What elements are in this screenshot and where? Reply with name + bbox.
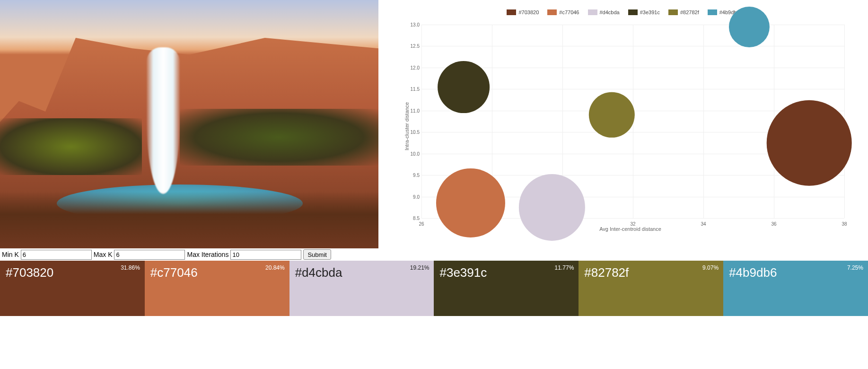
swatch-hex: #d4cbda — [295, 265, 429, 280]
legend-item[interactable]: #c77046 — [547, 9, 579, 15]
bubble-d4cbda[interactable] — [519, 174, 585, 240]
image-waterfall — [147, 47, 180, 194]
legend-color-box — [507, 9, 516, 15]
image-foreground — [0, 192, 378, 248]
legend-label: #3e391c — [640, 9, 660, 15]
legend-label: #d4cbda — [600, 9, 620, 15]
max-iter-input[interactable] — [230, 250, 301, 260]
palette-swatch-5[interactable]: #4b9db67.25% — [723, 261, 868, 316]
legend-color-box — [628, 9, 638, 15]
x-tick-label: 38 — [842, 221, 847, 227]
legend-color-box — [708, 9, 717, 15]
x-tick-label: 36 — [771, 221, 776, 227]
gridline-vertical — [421, 25, 422, 218]
legend-color-box — [668, 9, 678, 15]
y-tick-label: 11.0 — [406, 108, 420, 113]
min-k-input[interactable] — [21, 250, 92, 260]
palette-swatch-3[interactable]: #3e391c11.77% — [434, 261, 579, 316]
submit-button[interactable]: Submit — [303, 249, 331, 260]
y-tick-label: 9.5 — [406, 173, 420, 178]
chart-panel: #703820#c77046#d4cbda#3e391c#82782f#4b9d… — [378, 0, 868, 248]
image-foliage-left — [0, 118, 142, 175]
swatch-percent: 9.07% — [702, 264, 719, 271]
palette-swatch-1[interactable]: #c7704620.84% — [145, 261, 289, 316]
palette-swatch-2[interactable]: #d4cbda19.21% — [289, 261, 434, 316]
bubble-4b9db6[interactable] — [729, 6, 770, 47]
palette-row: #70382031.86%#c7704620.84%#d4cbda19.21%#… — [0, 261, 868, 316]
y-tick-label: 12.5 — [406, 44, 420, 49]
x-axis-label: Avg Inter-centroid distance — [599, 226, 661, 232]
swatch-percent: 11.77% — [555, 264, 574, 271]
legend-label: #c77046 — [559, 9, 579, 15]
min-k-label: Min K — [2, 251, 19, 258]
swatch-hex: #703820 — [6, 265, 139, 280]
max-iter-label: Max Iterations — [187, 251, 228, 258]
chart-plot-area[interactable]: Intra-cluster distance 8.59.09.510.010.5… — [407, 20, 854, 233]
y-tick-label: 12.0 — [406, 65, 420, 70]
swatch-hex: #3e391c — [439, 265, 573, 280]
swatch-hex: #4b9db6 — [729, 265, 862, 280]
legend-color-box — [547, 9, 557, 15]
legend-item[interactable]: #703820 — [507, 9, 539, 15]
image-foliage-right — [180, 109, 378, 166]
y-tick-label: 8.5 — [406, 216, 420, 221]
gridline-vertical — [703, 25, 704, 218]
bubble-3e391c[interactable] — [438, 61, 490, 113]
palette-swatch-0[interactable]: #70382031.86% — [0, 261, 145, 316]
legend-color-box — [588, 9, 597, 15]
swatch-percent: 31.86% — [121, 264, 140, 271]
bubble-703820[interactable] — [766, 100, 852, 186]
chart-container: #703820#c77046#d4cbda#3e391c#82782f#4b9d… — [388, 5, 859, 244]
chart-legend: #703820#c77046#d4cbda#3e391c#82782f#4b9d… — [388, 5, 859, 20]
y-tick-label: 10.0 — [406, 151, 420, 156]
x-tick-label: 34 — [701, 221, 706, 227]
y-tick-label: 9.0 — [406, 194, 420, 199]
legend-label: #82782f — [680, 9, 699, 15]
swatch-hex: #82782f — [584, 265, 718, 280]
swatch-percent: 19.21% — [410, 264, 430, 271]
plot-inner: 8.59.09.510.010.511.011.512.012.513.0262… — [421, 25, 844, 219]
controls-bar: Min K Max K Max Iterations Submit — [0, 248, 868, 261]
y-tick-label: 10.5 — [406, 130, 420, 135]
legend-item[interactable]: #d4cbda — [588, 9, 620, 15]
legend-label: #703820 — [518, 9, 539, 15]
y-tick-label: 11.5 — [406, 87, 420, 92]
main-row: #703820#c77046#d4cbda#3e391c#82782f#4b9d… — [0, 0, 868, 248]
x-tick-label: 26 — [419, 221, 424, 227]
bubble-c77046[interactable] — [436, 168, 505, 237]
swatch-hex: #c77046 — [150, 265, 284, 280]
bubble-82782f[interactable] — [589, 92, 634, 138]
source-image — [0, 0, 378, 248]
palette-swatch-4[interactable]: #82782f9.07% — [579, 261, 723, 316]
y-tick-label: 13.0 — [406, 22, 420, 27]
max-k-input[interactable] — [114, 250, 185, 260]
swatch-percent: 20.84% — [265, 264, 285, 271]
legend-item[interactable]: #3e391c — [628, 9, 660, 15]
swatch-percent: 7.25% — [847, 264, 863, 271]
legend-item[interactable]: #82782f — [668, 9, 699, 15]
left-column — [0, 0, 378, 248]
max-k-label: Max K — [94, 251, 113, 258]
